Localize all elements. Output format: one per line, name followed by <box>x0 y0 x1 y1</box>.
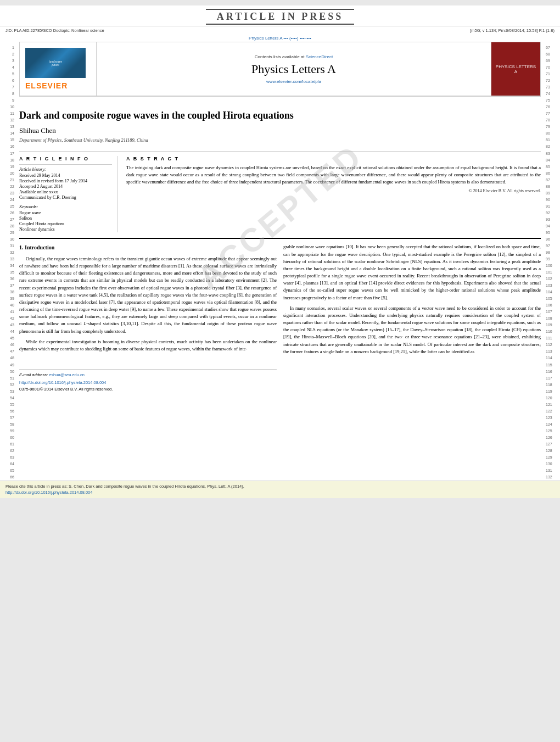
elsevier-wordmark: ELSEVIER <box>25 81 68 90</box>
cite-doi[interactable]: http://dx.doi.org/10.1016/j.physleta.201… <box>5 490 555 496</box>
doi-url[interactable]: http://dx.doi.org/10.1016/j.physleta.201… <box>19 380 106 385</box>
meta-left: JID: PLA AID:22785/SCO Doctopic: Nonline… <box>5 28 104 33</box>
aip-text: ARTICLE IN PRESS <box>206 9 354 25</box>
intro-para-2: While the experimental investigation is … <box>19 338 277 353</box>
email-label: E-mail address: <box>19 372 48 377</box>
main-content: 123 456 789 101112 131415 161718 192021 … <box>0 42 560 481</box>
header-top: landscapephoto ELSEVIER Contents lists a… <box>20 42 540 96</box>
email-line: E-mail address: eshua@seu.edu.cn <box>19 372 277 378</box>
left-body-column: 1. Introduction Originally, the rogue wa… <box>19 243 277 393</box>
journal-thumbnail: landscapephoto <box>25 48 86 78</box>
elsevier-logo-area: landscapephoto ELSEVIER <box>20 42 97 96</box>
article-body: landscapephoto ELSEVIER Contents lists a… <box>16 42 544 481</box>
sciencedirect-link[interactable]: ScienceDirect <box>306 54 333 59</box>
intro-para-1: Originally, the rogue waves terminology … <box>19 255 277 335</box>
section-divider <box>19 238 541 239</box>
journal-logo-text: PHYSICS LETTERS A <box>494 64 537 74</box>
abstract-section: A B S T R A C T The intriguing dark and … <box>126 156 541 232</box>
received-date: Received 29 May 2014 <box>19 173 112 178</box>
info-divider <box>19 164 112 165</box>
keywords-label: Keywords: <box>19 204 112 209</box>
footer-area: E-mail address: eshua@seu.edu.cn http://… <box>19 369 277 393</box>
accepted-date: Accepted 2 August 2014 <box>19 184 112 189</box>
abstract-text: The intriguing dark and composite rogue … <box>126 164 541 185</box>
right-para-1: grable nonlinear wave equations [10]. It… <box>283 243 541 301</box>
meta-bar: JID: PLA AID:22785/SCO Doctopic: Nonline… <box>0 26 560 35</box>
keyword-1: Rogue wave <box>19 210 112 215</box>
revised-date: Received in revised form 17 July 2014 <box>19 178 112 183</box>
article-in-press-banner: ARTICLE IN PRESS <box>0 5 560 26</box>
keyword-2: Soliton <box>19 216 112 221</box>
meta-right: [m5G; v 1.134; Prn:6/08/2014; 15:58] P.1… <box>470 28 555 33</box>
journal-url[interactable]: www.elsevier.com/locate/pla <box>266 79 321 84</box>
line-numbers-right: 676869 707172 737475 767778 798081 82838… <box>544 42 555 481</box>
cite-bar: Please cite this article in press as: S.… <box>0 481 560 498</box>
line-numbers-left: 123 456 789 101112 131415 161718 192021 … <box>5 42 16 481</box>
abstract-copyright: © 2014 Elsevier B.V. All rights reserved… <box>126 188 541 193</box>
issn-line: 0375-9601/© 2014 Elsevier B.V. All right… <box>19 386 277 393</box>
contents-line: Contents lists available at ScienceDirec… <box>255 54 333 59</box>
abstract-title: A B S T R A C T <box>126 156 541 161</box>
article-title-section: Dark and composite rogue waves in the co… <box>19 101 541 151</box>
article-title: Dark and composite rogue waves in the co… <box>19 109 541 122</box>
journal-header-center: Contents lists available at ScienceDirec… <box>97 42 491 96</box>
page: ARTICLE IN PRESS JID: PLA AID:22785/SCO … <box>0 5 560 498</box>
article-affiliation: Department of Physics, Southeast Univers… <box>19 137 541 143</box>
cite-text: Please cite this article in press as: S.… <box>5 484 555 490</box>
article-info-abstract: A R T I C L E I N F O Article history: R… <box>19 151 541 232</box>
article-author: Shihua Chen <box>19 126 541 135</box>
journal-link[interactable]: Physics Letters A ••• (••••) •••–••• <box>0 35 560 42</box>
contents-label: Contents lists available at <box>255 54 305 59</box>
journal-link-text: Physics Letters A ••• (••••) •••–••• <box>249 36 311 41</box>
journal-title-large: Physics Letters A <box>251 62 336 76</box>
history-label: Article history: <box>19 167 112 172</box>
communicated-by: Communicated by C.R. Doering <box>19 195 112 200</box>
right-para-2: In many scenarios, several scalar waves … <box>283 305 541 355</box>
doi-link[interactable]: http://dx.doi.org/10.1016/j.physleta.201… <box>19 380 277 386</box>
journal-logo-right: PHYSICS LETTERS A <box>491 42 540 96</box>
article-info: A R T I C L E I N F O Article history: R… <box>19 156 118 232</box>
keywords-section: Keywords: Rogue wave Soliton Coupled Hir… <box>19 204 112 232</box>
journal-header: landscapephoto ELSEVIER Contents lists a… <box>19 42 541 97</box>
intro-heading: 1. Introduction <box>19 243 277 252</box>
two-column-body: 1. Introduction Originally, the rogue wa… <box>19 243 541 393</box>
article-info-title: A R T I C L E I N F O <box>19 156 112 161</box>
available-online: Available online xxxx <box>19 189 112 194</box>
email-value[interactable]: eshua@seu.edu.cn <box>49 372 85 377</box>
keyword-3: Coupled Hirota equations <box>19 221 112 226</box>
keyword-4: Nonlinear dynamics <box>19 227 112 232</box>
right-body-column: grable nonlinear wave equations [10]. It… <box>283 243 541 393</box>
